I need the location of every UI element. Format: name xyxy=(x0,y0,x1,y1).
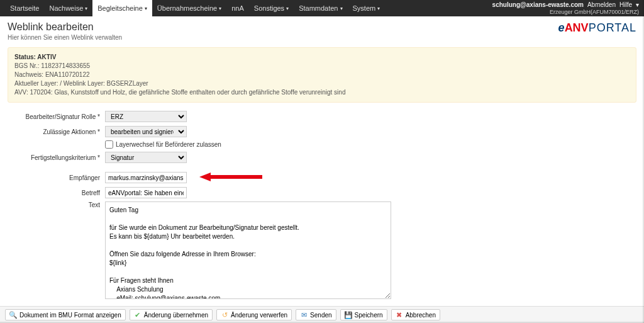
nav-right: schulung@axians-ewaste.com Abmelden Hilf… xyxy=(492,1,639,16)
chevron-down-icon: ▾ xyxy=(85,6,87,11)
discard-change-button[interactable]: ↺Änderung verwerfen xyxy=(216,309,292,320)
save-icon: 💾 xyxy=(345,311,352,319)
subject-label: Betreff xyxy=(8,190,105,196)
nav-begleitscheine[interactable]: Begleitscheine▾ xyxy=(92,0,152,16)
page-subtitle: Hier können Sie einen Weblink verwalten xyxy=(8,34,122,41)
recipient-label: Empfänger xyxy=(8,174,105,181)
arrow-annotation-icon xyxy=(199,171,262,184)
eanv-logo: eANVPORTAL xyxy=(558,21,636,35)
actions-select[interactable]: bearbeiten und signieren xyxy=(105,126,187,137)
nav-nachweise[interactable]: Nachweise▾ xyxy=(44,0,92,16)
chevron-down-icon: ▾ xyxy=(636,1,639,9)
criterion-label: Fertigstellungskriterium * xyxy=(8,154,105,161)
send-button[interactable]: ✉Senden xyxy=(296,309,336,320)
help-link[interactable]: Hilfe xyxy=(619,1,632,9)
form: Bearbeiter/Signatur Rolle * ERZ Zulässig… xyxy=(8,110,636,323)
chevron-down-icon: ▾ xyxy=(340,6,343,11)
nav-system[interactable]: System▾ xyxy=(348,0,386,16)
nav-stammdaten[interactable]: Stammdaten▾ xyxy=(294,0,347,16)
view-bmu-button[interactable]: 🔍Dokument im BMU Format anzeigen xyxy=(5,309,126,320)
nav-sonstiges[interactable]: Sonstiges▾ xyxy=(249,0,294,16)
user-email: schulung@axians-ewaste.com xyxy=(492,1,584,9)
navbar: Startseite Nachweise▾ Begleitscheine▾ Üb… xyxy=(0,0,644,16)
role-select[interactable]: ERZ xyxy=(105,111,187,122)
text-textarea[interactable]: Guten Tag für Sie wurde ein Dokument zur… xyxy=(105,201,391,299)
save-button[interactable]: 💾Speichern xyxy=(340,309,387,320)
mail-icon: ✉ xyxy=(300,311,308,319)
cancel-icon: ✖ xyxy=(396,311,403,319)
action-bar: 🔍Dokument im BMU Format anzeigen ✔Änderu… xyxy=(0,306,644,323)
chevron-down-icon: ▾ xyxy=(377,6,380,11)
text-label: Text xyxy=(8,201,105,208)
org-label: Erzeuger GmbH(AFUM70001/ERZ) xyxy=(550,9,639,16)
chevron-down-icon: ▾ xyxy=(145,6,147,11)
nav-nna[interactable]: nnA xyxy=(226,0,249,16)
search-icon: 🔍 xyxy=(9,311,17,319)
status-box: Status: AKTIV BGS Nr.: 11823714833655 Na… xyxy=(8,47,636,103)
criterion-select[interactable]: Signatur xyxy=(105,152,187,163)
apply-change-button[interactable]: ✔Änderung übernehmen xyxy=(130,309,213,320)
layerwechsel-checkbox[interactable] xyxy=(105,140,113,149)
chevron-down-icon: ▾ xyxy=(219,6,221,11)
nav-startseite[interactable]: Startseite xyxy=(5,0,44,16)
layerwechsel-label: Layerwechsel für Beförderer zulassen xyxy=(116,141,221,148)
undo-icon: ↺ xyxy=(221,311,228,319)
role-label: Bearbeiter/Signatur Rolle * xyxy=(8,113,105,120)
recipient-input[interactable] xyxy=(105,172,187,183)
svg-marker-0 xyxy=(199,173,262,181)
chevron-down-icon: ▾ xyxy=(286,6,289,11)
nav-left: Startseite Nachweise▾ Begleitscheine▾ Üb… xyxy=(5,0,385,16)
check-icon: ✔ xyxy=(134,311,142,319)
logout-link[interactable]: Abmelden xyxy=(587,1,616,9)
cancel-button[interactable]: ✖Abbrechen xyxy=(391,309,440,320)
actions-label: Zulässige Aktionen * xyxy=(8,128,105,135)
nav-uebernahmescheine[interactable]: Übernahmescheine▾ xyxy=(152,0,226,16)
page-title: Weblink bearbeiten xyxy=(8,21,122,33)
subject-input[interactable] xyxy=(105,187,187,198)
